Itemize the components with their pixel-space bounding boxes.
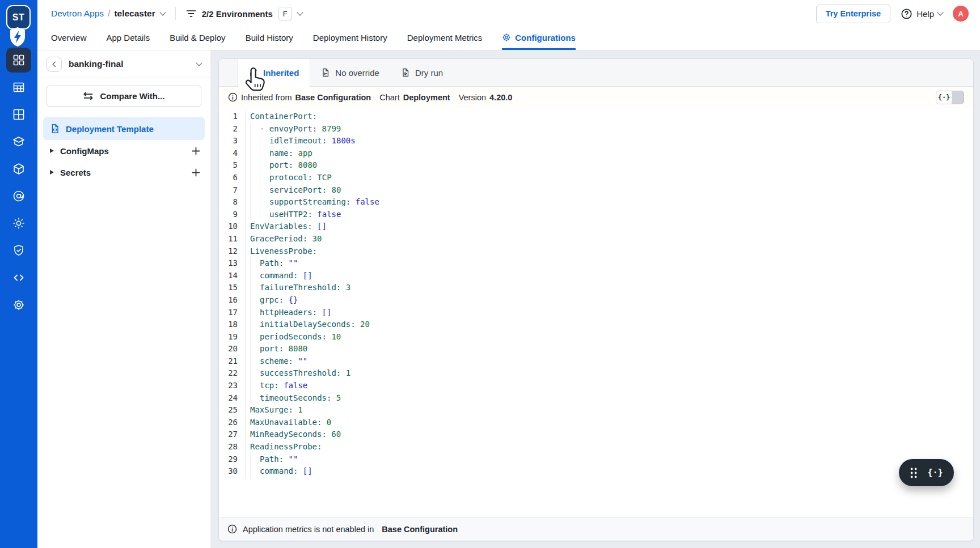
try-enterprise-button[interactable]: Try Enterprise [816, 5, 891, 23]
apps-grid-icon [12, 53, 26, 67]
tab-app-details[interactable]: App Details [107, 27, 150, 50]
version-label: Version [459, 93, 486, 102]
code-line: 5port: 8080 [219, 159, 973, 172]
breadcrumb-separator: / [108, 9, 110, 19]
code-braces-icon[interactable]: {·} [927, 468, 943, 478]
sidebar-item-applications[interactable] [0, 46, 37, 74]
sidebar-item-registry[interactable] [0, 182, 37, 210]
sidebar-rail: ST [0, 0, 37, 548]
help-menu[interactable]: Help [901, 8, 943, 20]
line-number: 21 [219, 355, 245, 368]
plus-icon [192, 147, 200, 155]
metrics-footer-text: Application metrics is not enabled in [243, 525, 374, 534]
sidebar-group-secrets[interactable]: Secrets [37, 162, 210, 183]
tab-deployment-history[interactable]: Deployment History [313, 27, 387, 50]
code-line: 11GracePeriod: 30 [219, 233, 973, 245]
indent-guide [250, 282, 260, 294]
line-number: 27 [219, 428, 245, 441]
breadcrumb-section-link[interactable]: Devtron Apps [51, 9, 104, 19]
sidebar-item-global-settings[interactable] [0, 291, 37, 318]
line-number: 15 [219, 282, 245, 294]
gear-icon [502, 33, 511, 42]
header-top-row: Devtron Apps / telecaster 2/2 Environmen… [37, 0, 980, 27]
indent-guide [250, 184, 260, 197]
indent-guide [250, 196, 260, 209]
indent-guide [250, 257, 260, 270]
compare-arrows-icon [83, 92, 94, 100]
tab-dry-run[interactable]: Dry run [390, 59, 454, 86]
code-view-toggle[interactable]: {·} [936, 91, 964, 104]
drag-handle-icon[interactable] [910, 467, 918, 479]
environment-filter-dropdown[interactable]: 2/2 Environments F [186, 7, 302, 20]
indent-guide [260, 172, 269, 184]
line-number: 28 [219, 441, 245, 453]
app-nav-tabs: Overview App Details Build & Deploy Buil… [37, 27, 980, 50]
line-number: 24 [219, 392, 245, 405]
deployment-template-card: Inherited No override Dry run Inherited … [218, 58, 974, 541]
compare-with-button[interactable]: Compare With... [47, 86, 201, 107]
code-line: 25MaxSurge: 1 [219, 404, 973, 417]
user-avatar[interactable]: A [953, 6, 969, 22]
code-line: 27MinReadySeconds: 60 [219, 428, 973, 441]
sidebar-item-resource-browser[interactable] [0, 264, 37, 291]
add-secret-button[interactable] [192, 168, 200, 177]
add-configmap-button[interactable] [192, 147, 200, 155]
devtron-logo-icon [8, 26, 27, 48]
tab-deployment-metrics[interactable]: Deployment Metrics [407, 27, 483, 50]
code-braces-icon: {·} [936, 91, 952, 104]
code-line: 18initialDelaySeconds: 20 [219, 318, 973, 331]
page-header: Devtron Apps / telecaster 2/2 Environmen… [37, 0, 980, 50]
sidebar-item-packages[interactable] [0, 155, 37, 182]
tab-inherited[interactable]: Inherited [238, 59, 310, 87]
line-number: 25 [219, 404, 245, 417]
indent-guide [250, 135, 260, 147]
indent-guide [250, 355, 260, 368]
sidebar-item-chart-store[interactable] [0, 128, 37, 155]
tab-configurations[interactable]: Configurations [502, 27, 576, 50]
indent-guide [260, 209, 269, 221]
template-view-tabs: Inherited No override Dry run [219, 59, 973, 87]
sidebar-item-jobs[interactable] [0, 74, 37, 101]
sidebar-item-application-groups[interactable] [0, 101, 37, 128]
chevron-down-icon [937, 9, 943, 15]
window-grid-icon [12, 108, 26, 121]
indent-guide [250, 392, 260, 405]
tab-no-override[interactable]: No override [310, 59, 390, 86]
caret-right-icon [50, 148, 54, 153]
sidebar-item-security[interactable] [0, 237, 37, 264]
file-override-icon [321, 68, 330, 77]
line-number: 16 [219, 294, 245, 307]
tab-build-history[interactable]: Build History [246, 27, 293, 50]
collapse-back-button[interactable] [47, 57, 62, 72]
app-selector-dropdown[interactable]: telecaster [114, 9, 164, 19]
indent-guide [250, 343, 260, 355]
environment-name: banking-final [69, 59, 123, 69]
yaml-code-editor[interactable]: 1ContainerPort:2- envoyPort: 87993idleTi… [219, 108, 973, 517]
chevron-down-icon [297, 9, 303, 15]
code-line: 30command: [] [219, 465, 973, 478]
sidebar-item-clusters[interactable] [0, 210, 37, 237]
code-line: 6protocol: TCP [219, 172, 973, 184]
at-circle-icon [12, 189, 26, 203]
chevron-down-icon[interactable] [196, 60, 202, 66]
tab-overview[interactable]: Overview [51, 27, 87, 50]
sidebar-nav [0, 46, 37, 318]
help-label: Help [916, 9, 934, 19]
indent-guide [250, 465, 260, 478]
environment-badge: F [278, 7, 292, 20]
indent-guide [250, 294, 260, 307]
inherited-info-bar: Inherited from Base Configuration Chart … [219, 87, 973, 108]
metrics-footer-bold: Base Configuration [382, 525, 458, 534]
base-configuration-link[interactable]: Base Configuration [295, 93, 371, 102]
code-line: 2- envoyPort: 8799 [219, 123, 973, 135]
sidebar-group-configmaps[interactable]: ConfigMaps [37, 140, 210, 162]
version-value: 4.20.0 [489, 93, 512, 102]
app-name: telecaster [114, 9, 155, 19]
header-actions: Try Enterprise Help A [816, 5, 969, 23]
code-line: 24timeoutSeconds: 5 [219, 392, 973, 405]
sidebar-item-deployment-template[interactable]: Deployment Template [43, 117, 205, 140]
tab-build-deploy[interactable]: Build & Deploy [170, 27, 225, 50]
indent-guide [250, 331, 260, 343]
code-line: 14command: [] [219, 270, 973, 282]
line-number: 13 [219, 257, 245, 270]
